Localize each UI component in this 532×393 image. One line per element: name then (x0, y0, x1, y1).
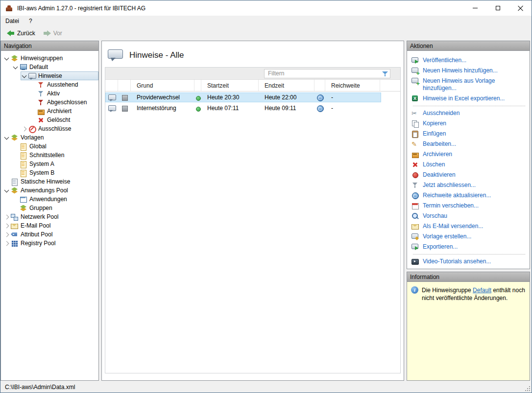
tree-item-content[interactable]: Gruppen (12, 204, 98, 212)
action-exportieren[interactable]: Exportieren... (411, 242, 527, 252)
chevron-right-icon[interactable] (21, 125, 28, 133)
filter-input[interactable] (264, 69, 390, 78)
information-header: Information (407, 272, 530, 282)
action-einfügen[interactable]: Einfügen (411, 129, 527, 139)
tree-item-content[interactable]: Aktiv (29, 89, 98, 98)
tree-item-label: Statische Hinweise (18, 178, 70, 185)
tree-item-vorlagen[interactable]: Vorlagen (3, 133, 98, 142)
tree-item-registry-pool[interactable]: Registry Pool (3, 239, 98, 248)
table-row-internetstörung[interactable]: InternetstörungHeute 07:11Heute 09:11- (105, 103, 381, 113)
column-header-endzeit[interactable]: Endzeit (259, 80, 314, 91)
tree-item-content[interactable]: System B (12, 168, 98, 177)
tree-item-content[interactable]: Ausschlüsse (21, 124, 98, 133)
tree-item-content[interactable]: System A (12, 160, 98, 168)
cell-endzeit: Heute 22:00 (259, 92, 314, 102)
tree-item-system-b[interactable]: System B (3, 168, 98, 177)
tree-item-content[interactable]: Abgeschlossen (29, 98, 98, 107)
chevron-down-icon[interactable] (3, 186, 11, 194)
tree-item-content[interactable]: E-Mail Pool (3, 221, 98, 230)
action-ausschneiden[interactable]: Ausschneiden (411, 108, 527, 118)
tree-item-global[interactable]: Global (3, 142, 98, 151)
chevron-right-icon[interactable] (3, 239, 11, 247)
chevron-right-icon[interactable] (3, 231, 11, 238)
resize-grip-icon[interactable] (524, 385, 530, 391)
action-löschen[interactable]: Löschen (411, 160, 527, 170)
navigation-panel: Navigation HinweisgruppenDefaultHinweise… (0, 41, 99, 381)
menu-datei[interactable]: Datei (0, 16, 24, 26)
tree-item-content[interactable]: Attribut Pool (3, 230, 98, 239)
chevron-down-icon[interactable] (21, 72, 28, 80)
menu-help[interactable]: ? (24, 16, 37, 26)
tree-item-hinweisgruppen[interactable]: Hinweisgruppen (3, 54, 98, 63)
tree-item-content[interactable]: Hinweise (21, 71, 98, 80)
tree-item-statische-hinweise[interactable]: Statische Hinweise (3, 177, 98, 186)
action-hinweise-in-excel-exportieren[interactable]: Hinweise in Excel exportieren... (411, 93, 527, 104)
chevron-down-icon[interactable] (3, 54, 11, 62)
tree-item-content[interactable]: Schnittstellen (12, 151, 98, 160)
column-header-grund[interactable]: Grund (131, 80, 194, 91)
tree-item-aktiv[interactable]: Aktiv (3, 89, 98, 98)
action-video-tutorials-ansehen[interactable]: Video-Tutorials ansehen... (411, 256, 527, 267)
action-vorschau[interactable]: Vorschau (411, 211, 527, 221)
funnel-blue-icon (37, 90, 45, 97)
action-vorlage-erstellen[interactable]: Vorlage erstellen... (411, 231, 527, 242)
action-als-e-mail-versenden[interactable]: Als E-Mail versenden... (411, 221, 527, 231)
action-reichweite-aktualisieren[interactable]: Reichweite aktualisieren... (411, 190, 527, 201)
tree-item-gelöscht[interactable]: Gelöscht (3, 116, 98, 124)
tree-item-attribut-pool[interactable]: Attribut Pool (3, 230, 98, 239)
tree-item-content[interactable]: Global (12, 142, 98, 151)
tree-item-hinweise[interactable]: Hinweise (3, 71, 98, 80)
action-veröffentlichen[interactable]: Veröffentlichen... (411, 55, 527, 66)
tree-item-content[interactable]: Archiviert (29, 107, 98, 116)
back-button[interactable]: Zurück (3, 28, 39, 38)
tree-item-content[interactable]: Anwendungs Pool (3, 186, 98, 195)
forward-button[interactable]: Vor (40, 28, 66, 38)
tree-item-content[interactable]: Ausstehend (29, 80, 98, 89)
tree-indent (3, 67, 12, 68)
chevron-down-icon[interactable] (3, 134, 11, 141)
tree-item-anwendungen[interactable]: Anwendungen (3, 195, 98, 204)
tree-item-system-a[interactable]: System A (3, 160, 98, 168)
column-header-startzeit[interactable]: Startzeit (201, 80, 259, 91)
table-header-row: GrundStartzeitEndzeitReichweite (105, 80, 400, 92)
default-group-link[interactable]: Default (473, 287, 491, 294)
tree-item-ausstehend[interactable]: Ausstehend (3, 80, 98, 89)
tree-item-gruppen[interactable]: Gruppen (3, 204, 98, 212)
tree-item-anwendungs-pool[interactable]: Anwendungs Pool (3, 186, 98, 195)
action-termin-verschieben[interactable]: Termin verschieben... (411, 201, 527, 211)
tree-item-content[interactable]: Gelöscht (29, 116, 98, 124)
tree-item-archiviert[interactable]: Archiviert (3, 107, 98, 116)
tree-item-content[interactable]: Hinweisgruppen (3, 54, 98, 63)
chevron-down-icon[interactable] (12, 63, 20, 71)
tree-item-netzwerk-pool[interactable]: Netzwerk Pool (3, 212, 98, 221)
tree-item-schnittstellen[interactable]: Schnittstellen (3, 151, 98, 160)
tree-item-content[interactable]: Default (12, 63, 98, 71)
tree-item-e-mail-pool[interactable]: E-Mail Pool (3, 221, 98, 230)
action-bearbeiten[interactable]: Bearbeiten... (411, 139, 527, 149)
chevron-right-icon[interactable] (3, 213, 11, 221)
action-kopieren[interactable]: Kopieren (411, 118, 527, 129)
blocked-icon (28, 125, 36, 133)
action-neuen-hinweis-hinzufügen[interactable]: Neuen Hinweis hinzufügen... (411, 66, 527, 76)
tree-item-content[interactable]: Netzwerk Pool (3, 212, 98, 221)
tree-item-content[interactable]: Registry Pool (3, 239, 98, 248)
tree-item-ausschlüsse[interactable]: Ausschlüsse (3, 124, 98, 133)
filter-funnel-icon[interactable] (382, 70, 388, 77)
close-button[interactable] (509, 0, 532, 16)
action-neuen-hinweis-aus-vorlage-hinzufügen[interactable]: Neuen Hinweis aus Vorlage hinzufügen... (411, 76, 527, 93)
information-text-before: Die Hinweisgruppe (422, 287, 473, 294)
tree-item-abgeschlossen[interactable]: Abgeschlossen (3, 98, 98, 107)
chevron-right-icon[interactable] (3, 222, 11, 230)
maximize-button[interactable] (486, 0, 509, 16)
minimize-button[interactable] (464, 0, 486, 16)
tree-item-default[interactable]: Default (3, 63, 98, 71)
tree-item-content[interactable]: Vorlagen (3, 133, 98, 142)
tree-item-content[interactable]: Anwendungen (12, 195, 98, 204)
table-row-providerwechsel[interactable]: ProviderwechselHeute 20:30Heute 22:00- (105, 92, 381, 102)
tree-item-content[interactable]: Statische Hinweise (3, 177, 98, 186)
chevron-placeholder (12, 142, 20, 150)
column-header-reichweite[interactable]: Reichweite (325, 80, 380, 91)
action-jetzt-abschliessen[interactable]: Jetzt abschliessen... (411, 180, 527, 190)
action-archivieren[interactable]: Archivieren (411, 149, 527, 160)
action-deaktivieren[interactable]: Deaktivieren (411, 170, 527, 180)
